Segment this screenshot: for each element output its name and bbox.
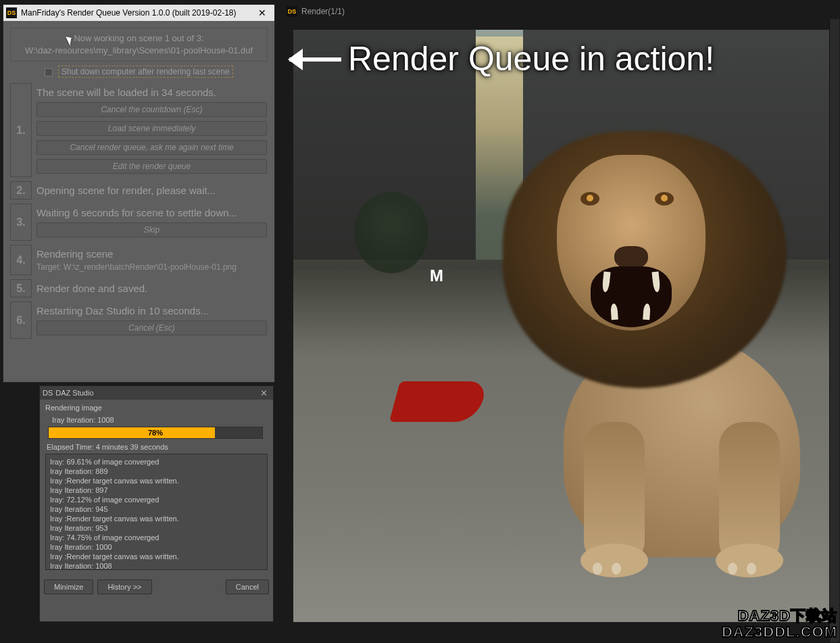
daz-app-icon: DS <box>43 389 53 397</box>
log-line: Iray Iteration: 945 <box>50 504 263 514</box>
step-2-msg: Opening scene for render, please wait... <box>36 181 268 199</box>
viewport-scrollbar[interactable] <box>829 19 839 642</box>
render-queue-window: DS ManFriday's Render Queue Version 1.0.… <box>3 4 275 383</box>
close-icon[interactable]: ✕ <box>257 388 270 398</box>
ds-iteration: Iray Iteration: 1008 <box>52 416 268 424</box>
minimize-button[interactable]: Minimize <box>44 579 93 594</box>
log-line: Iray Iteration: 953 <box>50 523 263 533</box>
annotation-text: Render Queue in action! <box>348 39 714 78</box>
rq-titlebar[interactable]: DS ManFriday's Render Queue Version 1.0.… <box>3 5 274 21</box>
overlay-letter: M <box>430 266 443 285</box>
watermark: DAZ3D下载站 DAZ3DDL.COM <box>722 608 837 640</box>
rq-status-line2: W:\daz-resources\my_library\Scenes\01-po… <box>16 45 262 57</box>
annotation-callout: Render Queue in action! <box>277 39 714 78</box>
log-line: Iray Iteration: 897 <box>50 485 263 495</box>
shutdown-checkbox[interactable] <box>45 68 53 76</box>
daz-app-icon: DS <box>287 6 297 17</box>
history-button[interactable]: History >> <box>97 579 151 594</box>
render-viewport: DS Render(1/1) <box>282 4 839 642</box>
log-line: Iray :Render target canvas was written. <box>50 476 263 485</box>
cancel-queue-button[interactable]: Cancel render queue, ask me again next t… <box>36 140 267 155</box>
step-4-number: 4. <box>10 245 32 275</box>
log-line: Iray: 74.75% of image converged <box>50 533 263 542</box>
step-3-number: 3. <box>10 204 32 241</box>
load-immediately-button[interactable]: Load scene immediately <box>36 121 267 136</box>
cancel-render-button[interactable]: Cancel <box>226 579 269 594</box>
cancel-countdown-button[interactable]: Cancel the countdown (Esc) <box>36 102 267 117</box>
ds-header: Rendering image <box>45 404 268 412</box>
progress-percent: 78% <box>49 427 262 438</box>
render-output-image <box>293 30 829 622</box>
elapsed-time: Elapsed Time: 4 minutes 39 seconds <box>47 443 268 451</box>
step-3-msg: Waiting 6 seconds for scene to settle do… <box>36 207 267 218</box>
step-6-msg: Restarting Daz Studio in 10 seconds... <box>36 305 267 316</box>
viewport-title: Render(1/1) <box>301 7 345 16</box>
log-line: Iray Iteration: 889 <box>50 467 263 476</box>
rq-status-line1: Now working on scene 1 out of 3: <box>16 32 262 45</box>
skip-button[interactable]: Skip <box>36 222 267 237</box>
watermark-line1: DAZ3D下载站 <box>722 608 837 624</box>
step-5-msg: Render done and saved. <box>36 279 268 297</box>
ds-titlebar[interactable]: DS DAZ Studio ✕ <box>40 386 273 400</box>
step-1-msg: The scene will be loaded in 34 seconds. <box>36 87 267 98</box>
daz-app-icon: DS <box>6 7 17 18</box>
log-line: Iray Iteration: 1000 <box>50 542 263 552</box>
log-line: Iray: 69.61% of image converged <box>50 457 263 467</box>
step-4-target: Target: W:\z_render\batchRender\01-poolH… <box>36 262 267 272</box>
rq-status-box: Now working on scene 1 out of 3: W:\daz-… <box>10 28 268 62</box>
rq-title: ManFriday's Render Queue Version 1.0.0 (… <box>21 8 253 18</box>
ds-title: DAZ Studio <box>55 389 257 397</box>
step-4-msg: Rendering scene <box>36 248 267 260</box>
watermark-line2: DAZ3DDL.COM <box>722 624 837 640</box>
cancel-restart-button[interactable]: Cancel (Esc) <box>36 320 267 335</box>
log-line: Iray: 72.12% of image converged <box>50 495 263 504</box>
step-6-number: 6. <box>10 302 32 339</box>
log-line: Iray :Render target canvas was written. <box>50 514 263 523</box>
progress-bar: 78% <box>48 427 263 439</box>
edit-queue-button[interactable]: Edit the render queue <box>36 159 267 174</box>
step-5-number: 5. <box>10 279 32 297</box>
render-log[interactable]: Iray: 69.61% of image convergedIray Iter… <box>45 454 268 570</box>
daz-progress-dialog: DS DAZ Studio ✕ Rendering image Iray Ite… <box>39 385 274 622</box>
close-icon[interactable]: ✕ <box>253 5 272 20</box>
shutdown-row: Shut down computer after rendering last … <box>10 62 268 79</box>
viewport-titlebar[interactable]: DS Render(1/1) <box>282 4 839 19</box>
shutdown-label[interactable]: Shut down computer after rendering last … <box>58 66 233 78</box>
log-line: Iray Iteration: 1008 <box>50 561 263 570</box>
step-1-number: 1. <box>10 83 32 177</box>
step-2-number: 2. <box>10 181 32 199</box>
log-line: Iray :Render target canvas was written. <box>50 552 263 561</box>
arrow-left-icon <box>277 52 341 66</box>
